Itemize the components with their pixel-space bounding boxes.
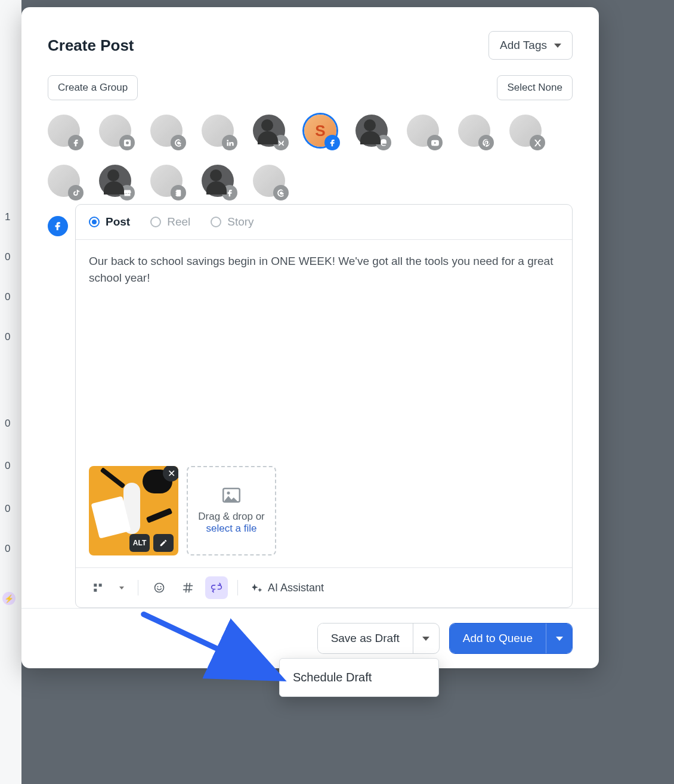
add-tags-button[interactable]: Add Tags	[489, 31, 573, 60]
add-to-queue-button[interactable]: Add to Queue	[450, 624, 546, 653]
emoji-button[interactable]	[148, 576, 171, 599]
threads-icon	[171, 135, 186, 150]
shorten-link-button[interactable]	[205, 576, 228, 599]
account-avatar-facebook[interactable]	[48, 115, 80, 147]
sidebar-count: 0	[5, 543, 10, 555]
hashtag-button[interactable]	[177, 576, 199, 599]
add-tags-label: Add Tags	[500, 39, 547, 52]
media-library-dropdown[interactable]	[115, 576, 128, 599]
sidebar-count: 1	[5, 211, 10, 223]
dropzone-text: Drag & drop or select a file	[193, 511, 270, 535]
chevron-down-icon	[422, 637, 429, 641]
post-type-tabs: Post Reel Story	[76, 205, 572, 240]
svg-point-2	[155, 584, 164, 592]
account-avatar-instagram[interactable]	[99, 115, 131, 147]
tab-post-label: Post	[106, 215, 130, 229]
facebook-icon	[68, 135, 84, 150]
composer-row: Post Reel Story Our back to school savin…	[21, 202, 599, 608]
ai-assistant-button[interactable]: AI Assistant	[248, 578, 329, 598]
sidebar-count: 0	[5, 291, 10, 303]
account-picker	[21, 109, 599, 202]
svg-point-4	[160, 586, 161, 587]
linkedin-icon	[222, 135, 237, 150]
threads-icon	[273, 185, 289, 200]
instagram-icon	[119, 135, 135, 150]
composer-panel: Post Reel Story Our back to school savin…	[75, 204, 573, 608]
modal-header: Create Post Add Tags	[21, 7, 599, 72]
divider	[237, 580, 238, 595]
account-controls-row: Create a Group Select None	[21, 72, 599, 109]
composer-toolbar: AI Assistant	[76, 567, 572, 607]
remove-image-button[interactable]: ✕	[163, 466, 178, 481]
radio-icon	[89, 217, 100, 227]
svg-point-3	[157, 586, 158, 587]
mastodon-icon	[376, 135, 391, 150]
edit-image-button[interactable]	[153, 534, 174, 552]
save-as-draft-dropdown[interactable]	[413, 624, 439, 653]
sidebar-count: 0	[5, 503, 10, 515]
chevron-down-icon	[119, 587, 124, 589]
sidebar-count: 0	[5, 331, 10, 343]
attached-image[interactable]: ✕ ALT	[89, 466, 178, 555]
background-sidebar: 1 0 0 0 0 0 0 0 ⚡	[0, 0, 21, 784]
schedule-draft-menu-item[interactable]: Schedule Draft	[279, 658, 439, 697]
select-none-button[interactable]: Select None	[497, 75, 573, 100]
youtube-icon	[427, 135, 443, 150]
account-avatar-bluesky[interactable]	[253, 115, 285, 147]
svg-point-1	[227, 491, 230, 494]
save-as-draft-split-button: Save as Draft	[317, 623, 440, 654]
divider	[138, 580, 138, 595]
radio-icon	[150, 217, 161, 227]
add-to-queue-split-button: Add to Queue	[449, 623, 573, 654]
bluesky-icon	[273, 135, 289, 150]
facebook-icon	[48, 216, 68, 236]
save-as-draft-button[interactable]: Save as Draft	[318, 624, 413, 653]
google-business-icon	[119, 185, 135, 200]
account-avatar-facebook[interactable]	[202, 165, 234, 197]
account-avatar-google-business[interactable]	[99, 165, 131, 197]
account-avatar-facebook[interactable]	[304, 115, 336, 147]
pinterest-icon	[478, 135, 494, 150]
create-group-button[interactable]: Create a Group	[48, 75, 138, 100]
tab-reel-label: Reel	[167, 215, 190, 229]
image-icon	[222, 487, 240, 506]
account-avatar-pinterest[interactable]	[458, 115, 490, 147]
tiktok-icon	[68, 185, 84, 200]
account-avatar-mastodon[interactable]	[355, 115, 388, 147]
post-text-input[interactable]: Our back to school savings begin in ONE …	[76, 240, 572, 466]
media-library-button[interactable]	[86, 576, 109, 599]
account-avatar-contacts[interactable]	[150, 165, 183, 197]
sidebar-count: 0	[5, 460, 10, 472]
upload-dropzone[interactable]: Drag & drop or select a file	[187, 466, 276, 555]
x-icon	[530, 135, 545, 150]
sidebar-count: 0	[5, 418, 10, 430]
add-to-queue-dropdown[interactable]	[546, 624, 572, 653]
facebook-icon	[324, 135, 340, 150]
account-avatar-linkedin[interactable]	[202, 115, 234, 147]
tab-story[interactable]: Story	[211, 215, 253, 229]
facebook-icon	[222, 185, 237, 200]
sidebar-count: 0	[5, 251, 10, 263]
chevron-down-icon	[554, 44, 561, 48]
create-post-modal: Create Post Add Tags Create a Group Sele…	[21, 7, 599, 668]
account-avatar-x[interactable]	[509, 115, 542, 147]
select-file-link[interactable]: select a file	[206, 523, 256, 534]
account-avatar-threads[interactable]	[253, 165, 285, 197]
modal-title: Create Post	[48, 36, 134, 55]
media-row: ✕ ALT Drag & drop or select a file	[76, 466, 572, 567]
account-avatar-youtube[interactable]	[407, 115, 439, 147]
tab-story-label: Story	[227, 215, 253, 229]
contacts-icon	[171, 185, 186, 200]
chevron-down-icon	[556, 637, 563, 641]
tab-reel[interactable]: Reel	[150, 215, 190, 229]
tab-post[interactable]: Post	[89, 215, 130, 229]
lightning-icon: ⚡	[2, 592, 16, 605]
account-avatar-threads[interactable]	[150, 115, 183, 147]
ai-assistant-label: AI Assistant	[268, 582, 324, 594]
radio-icon	[211, 217, 221, 227]
account-avatar-tiktok[interactable]	[48, 165, 80, 197]
alt-text-button[interactable]: ALT	[129, 534, 150, 552]
